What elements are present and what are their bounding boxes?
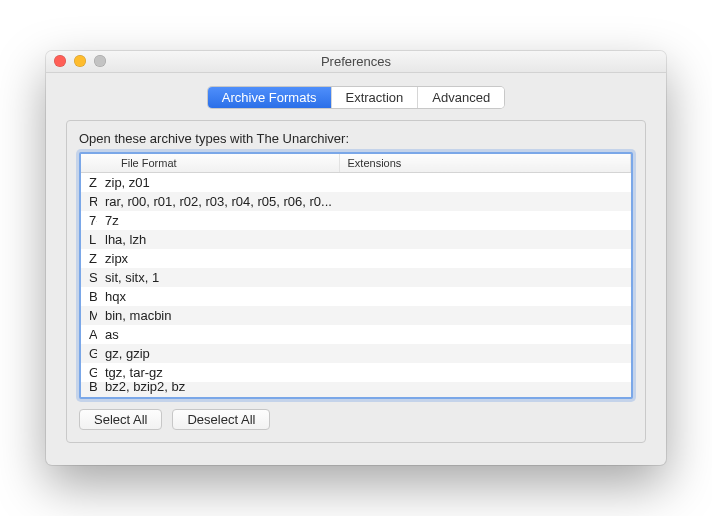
traffic-lights [46, 55, 106, 67]
extensions-cell: rar, r00, r01, r02, r03, r04, r05, r06, … [97, 192, 631, 211]
file-format-cell: RAR Archive [81, 192, 97, 211]
extensions-cell: as [97, 325, 631, 344]
file-format-cell: LhA Archive [81, 230, 97, 249]
titlebar: Preferences [46, 51, 666, 73]
tab-advanced[interactable]: Advanced [418, 87, 504, 108]
extensions-cell: zipx [97, 249, 631, 268]
col-checkbox [81, 154, 113, 173]
file-format-cell: Gzip Tar Archive [81, 363, 97, 382]
col-extensions[interactable]: Extensions [339, 154, 631, 173]
file-format-cell: Zip Archive [81, 173, 97, 192]
zoom-icon [94, 55, 106, 67]
deselect-all-button[interactable]: Deselect All [172, 409, 270, 430]
extensions-cell: tgz, tar-gz [97, 363, 631, 382]
table-row[interactable]: Gzip Filegz, gzip [81, 344, 631, 363]
preferences-window: Preferences Archive FormatsExtractionAdv… [46, 51, 666, 466]
file-format-cell: Bzip2 File [81, 382, 97, 398]
tab-archive-formats[interactable]: Archive Formats [208, 87, 332, 108]
close-icon[interactable] [54, 55, 66, 67]
table-row[interactable]: Bzip2 Filebz2, bzip2, bz [81, 382, 631, 398]
extensions-cell: bin, macbin [97, 306, 631, 325]
table-row[interactable]: LhA Archivelha, lzh [81, 230, 631, 249]
tab-bar: Archive FormatsExtractionAdvanced [66, 87, 646, 108]
instruction-label: Open these archive types with The Unarch… [79, 131, 633, 146]
window-title: Preferences [46, 54, 666, 69]
table-row[interactable]: StuffIt Archivesit, sitx, 1 [81, 268, 631, 287]
file-format-cell: MacBinary File [81, 306, 97, 325]
extensions-cell: bz2, bzip2, bz [97, 382, 631, 398]
table-row[interactable]: Gzip Tar Archivetgz, tar-gz [81, 363, 631, 382]
formats-table[interactable]: File Format Extensions Zip Archivezip, z… [79, 152, 633, 400]
extensions-cell: zip, z01 [97, 173, 631, 192]
table-row[interactable]: Zipx Archivezipx [81, 249, 631, 268]
table-row[interactable]: RAR Archiverar, r00, r01, r02, r03, r04,… [81, 192, 631, 211]
tab-extraction[interactable]: Extraction [332, 87, 419, 108]
file-format-cell: Zipx Archive [81, 249, 97, 268]
file-format-cell: StuffIt Archive [81, 268, 97, 287]
archive-formats-group: Open these archive types with The Unarch… [66, 120, 646, 444]
table-row[interactable]: AppleSingle Fileas [81, 325, 631, 344]
extensions-cell: lha, lzh [97, 230, 631, 249]
extensions-cell: gz, gzip [97, 344, 631, 363]
file-format-cell: BinHex File [81, 287, 97, 306]
table-row[interactable]: 7-Zip Archive7z [81, 211, 631, 230]
file-format-cell: Gzip File [81, 344, 97, 363]
col-file-format[interactable]: File Format [113, 154, 339, 173]
file-format-cell: 7-Zip Archive [81, 211, 97, 230]
extensions-cell: 7z [97, 211, 631, 230]
table-row[interactable]: BinHex Filehqx [81, 287, 631, 306]
table-row[interactable]: MacBinary Filebin, macbin [81, 306, 631, 325]
select-all-button[interactable]: Select All [79, 409, 162, 430]
table-row[interactable]: Zip Archivezip, z01 [81, 173, 631, 192]
extensions-cell: sit, sitx, 1 [97, 268, 631, 287]
extensions-cell: hqx [97, 287, 631, 306]
minimize-icon[interactable] [74, 55, 86, 67]
file-format-cell: AppleSingle File [81, 325, 97, 344]
